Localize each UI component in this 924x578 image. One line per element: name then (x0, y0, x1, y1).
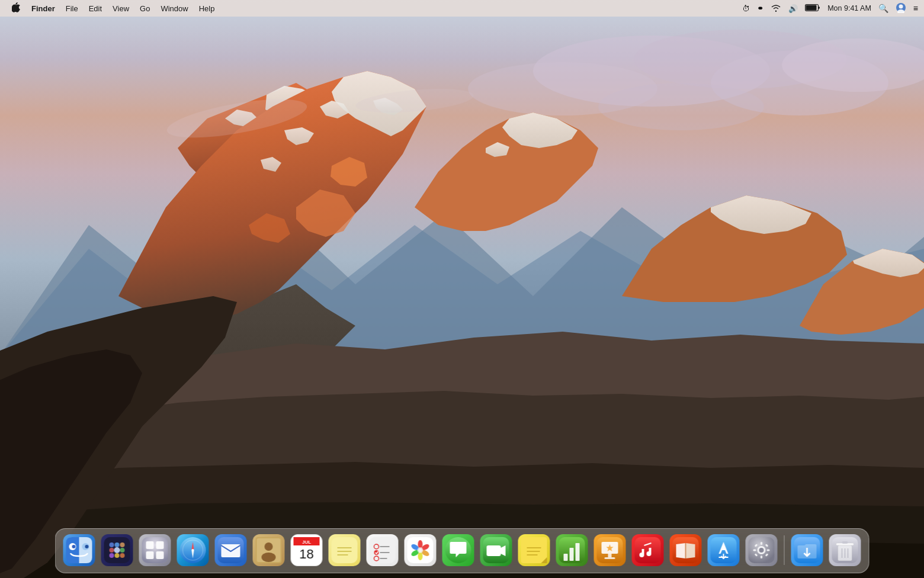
messages-icon (442, 534, 474, 566)
dock-item-rocket[interactable] (137, 532, 173, 568)
dock-item-books[interactable] (668, 532, 704, 568)
dock-item-contacts[interactable] (251, 532, 287, 568)
menubar: Finder File Edit View Go Window Help ⏱ ⚭… (0, 0, 924, 17)
notifications-icon[interactable]: ≡ (913, 4, 918, 13)
svg-rect-63 (156, 541, 164, 549)
dock-item-keynote[interactable] (592, 532, 628, 568)
svg-point-98 (418, 552, 423, 560)
dock-item-safari[interactable] (175, 532, 211, 568)
dock-item-music[interactable] (630, 532, 666, 568)
svg-rect-62 (146, 541, 154, 549)
svg-rect-144 (842, 541, 848, 544)
mail-icon (215, 534, 247, 566)
svg-text:18: 18 (299, 547, 313, 561)
svg-point-55 (110, 548, 114, 553)
svg-point-6 (598, 83, 764, 130)
rocket-icon (139, 534, 171, 566)
dock-item-trash[interactable] (827, 532, 863, 568)
wallpaper (0, 0, 924, 578)
svg-rect-106 (521, 537, 547, 563)
svg-point-95 (418, 540, 423, 548)
svg-rect-131 (761, 542, 762, 545)
go-menu[interactable]: Go (134, 3, 155, 14)
music-icon (632, 534, 664, 566)
finder-menu[interactable]: Finder (26, 3, 60, 14)
dock-item-mail[interactable] (213, 532, 249, 568)
dock-item-facetime[interactable] (479, 532, 514, 568)
launchpad-icon (101, 534, 133, 566)
svg-point-60 (120, 553, 125, 558)
apple-menu[interactable] (6, 1, 26, 16)
dock-item-downloads[interactable] (790, 532, 825, 568)
finder-icon (63, 534, 95, 566)
user-icon[interactable] (896, 2, 906, 15)
stickies-icon (518, 534, 550, 566)
battery-icon[interactable] (805, 4, 820, 14)
svg-rect-118 (605, 557, 615, 559)
dock-separator (784, 535, 785, 565)
wifi-icon[interactable] (771, 4, 781, 14)
dock-item-photos[interactable] (403, 532, 438, 568)
dock: JUL 18 (55, 528, 870, 573)
svg-point-48 (72, 545, 76, 548)
contacts-icon (253, 534, 285, 566)
appstore-icon (708, 534, 740, 566)
svg-point-50 (85, 545, 89, 548)
svg-rect-133 (753, 550, 756, 551)
svg-point-57 (120, 548, 125, 553)
dock-item-system-preferences[interactable] (744, 532, 779, 568)
dock-item-calendar[interactable]: JUL 18 (289, 532, 325, 568)
books-icon (670, 534, 702, 566)
svg-rect-117 (608, 554, 612, 557)
svg-rect-41 (806, 5, 817, 10)
svg-point-130 (759, 548, 764, 553)
bluetooth-icon[interactable]: ⚭ (757, 4, 763, 13)
svg-rect-64 (146, 551, 154, 559)
view-menu[interactable]: View (107, 3, 134, 14)
svg-point-76 (262, 553, 276, 562)
edit-menu[interactable]: Edit (84, 3, 107, 14)
svg-point-52 (110, 542, 114, 547)
window-menu[interactable]: Window (155, 3, 193, 14)
downloads-icon (791, 534, 823, 566)
svg-point-59 (115, 553, 120, 558)
desktop: Finder File Edit View Go Window Help ⏱ ⚭… (0, 0, 924, 578)
trash-icon (829, 534, 861, 566)
time-machine-icon[interactable]: ⏱ (742, 4, 750, 13)
volume-icon[interactable]: 🔊 (788, 4, 798, 13)
svg-rect-65 (156, 551, 164, 559)
menubar-left: Finder File Edit View Go Window Help (6, 1, 220, 16)
dock-item-appstore[interactable] (706, 532, 742, 568)
svg-rect-134 (767, 550, 770, 551)
clock: Mon 9:41 AM (827, 4, 871, 12)
svg-rect-82 (332, 537, 358, 563)
help-menu[interactable]: Help (194, 3, 220, 14)
svg-rect-120 (635, 537, 661, 563)
svg-point-54 (120, 542, 125, 547)
svg-rect-132 (761, 555, 762, 558)
dock-item-messages[interactable] (441, 532, 476, 568)
dock-item-launchpad[interactable] (100, 532, 135, 568)
svg-rect-86 (370, 537, 396, 563)
system-preferences-icon (746, 534, 778, 566)
dock-item-reminders[interactable] (365, 532, 400, 568)
svg-point-56 (114, 547, 120, 553)
file-menu[interactable]: File (60, 3, 84, 14)
svg-rect-104 (487, 545, 501, 556)
dock-item-notes[interactable] (327, 532, 362, 568)
safari-icon (177, 534, 209, 566)
menubar-right: ⏱ ⚭ 🔊 Mon 9:41 A (742, 2, 918, 15)
svg-rect-61 (142, 537, 168, 563)
numbers-icon (556, 534, 588, 566)
dock-item-numbers[interactable] (554, 532, 590, 568)
svg-point-53 (115, 542, 120, 547)
dock-item-finder[interactable] (62, 532, 97, 568)
svg-text:JUL: JUL (302, 540, 311, 545)
calendar-icon: JUL 18 (291, 534, 323, 566)
svg-rect-114 (576, 543, 580, 561)
notes-icon (329, 534, 361, 566)
dock-item-stickies[interactable] (516, 532, 552, 568)
search-icon[interactable]: 🔍 (878, 4, 888, 13)
svg-point-58 (110, 553, 114, 558)
svg-point-43 (899, 4, 903, 8)
